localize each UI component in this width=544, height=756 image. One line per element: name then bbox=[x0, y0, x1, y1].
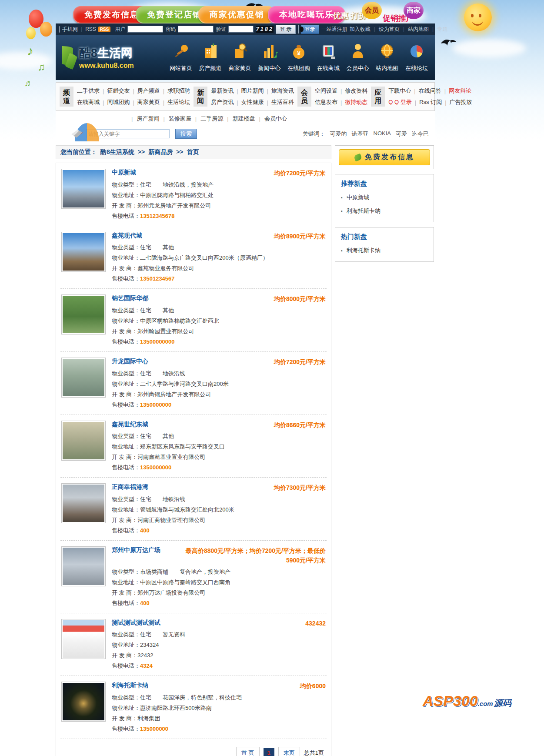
header-nav-8[interactable]: 在线论坛 bbox=[403, 43, 431, 72]
subnav-link-4[interactable]: 会员中心 bbox=[264, 115, 287, 123]
header-nav-7[interactable]: 站内地图 bbox=[373, 43, 401, 72]
breadcrumb-item-2[interactable]: 首页 bbox=[187, 148, 199, 156]
pagination-current[interactable]: 1 bbox=[264, 748, 274, 756]
property-thumbnail[interactable] bbox=[61, 358, 106, 398]
listing-title[interactable]: 正商幸福港湾 bbox=[112, 483, 148, 493]
mobile-site-link[interactable]: 手机网 bbox=[62, 26, 78, 33]
building-icon bbox=[201, 43, 220, 62]
sidebar-list-item[interactable]: 利海托斯卡纳 bbox=[341, 247, 428, 254]
password-input[interactable] bbox=[178, 26, 214, 33]
listing-title[interactable]: 升龙国际中心 bbox=[112, 358, 148, 367]
channel-link[interactable]: 信息发布 bbox=[315, 98, 337, 106]
channel-link[interactable]: 下载中心 bbox=[388, 87, 411, 95]
property-thumbnail[interactable] bbox=[61, 169, 106, 209]
register-link[interactable]: 一站通注册 bbox=[321, 26, 347, 33]
header-nav-6[interactable]: 会员中心 bbox=[344, 43, 372, 72]
search-button[interactable]: 搜索 bbox=[175, 129, 197, 139]
rss-badge-icon[interactable]: RSS bbox=[98, 27, 111, 32]
listing-price: 最高价8800元/平方米；均价7200元/平方米；最低价5900元/平方米 bbox=[182, 546, 326, 565]
channel-link[interactable]: 生活论坛 bbox=[167, 98, 190, 106]
channel-link[interactable]: 在线商城 bbox=[77, 98, 100, 106]
header-nav-0[interactable]: 网站首页 bbox=[167, 43, 195, 72]
channel-link[interactable]: 求职招聘 bbox=[167, 87, 190, 95]
pagination-last[interactable]: 末页 bbox=[278, 747, 300, 756]
property-thumbnail[interactable] bbox=[61, 682, 106, 722]
listing-title[interactable]: 郑州中原万达广场 bbox=[112, 546, 160, 565]
channel-link[interactable]: 在线问答 bbox=[419, 87, 441, 95]
channel-link[interactable]: 房产资讯 bbox=[211, 98, 234, 106]
search-bar: 搜索 关键词：可爱的诺基亚NOKIA可爱迄今已 bbox=[56, 126, 435, 144]
login-bar-link-3[interactable]: 专题 bbox=[437, 26, 447, 33]
login-button[interactable]: 登 录 bbox=[276, 25, 295, 34]
keyword-link[interactable]: 可爱 bbox=[396, 130, 407, 138]
keyword-link[interactable]: 可爱的 bbox=[330, 130, 347, 138]
channel-link[interactable]: 修改资料 bbox=[345, 87, 367, 95]
property-thumbnail[interactable] bbox=[61, 619, 106, 659]
membership-bubble[interactable]: 商家 bbox=[404, 2, 424, 19]
property-thumbnail[interactable] bbox=[61, 483, 106, 523]
channel-link[interactable]: 微博动态 bbox=[345, 98, 367, 106]
sidebar-list-item[interactable]: 中原新城 bbox=[341, 194, 428, 201]
property-thumbnail[interactable] bbox=[61, 546, 106, 586]
listing-title[interactable]: 中原新城 bbox=[112, 169, 136, 178]
channel-link[interactable]: 女性健康 bbox=[241, 98, 264, 106]
header-nav-1[interactable]: 房产频道 bbox=[197, 43, 224, 72]
channel-link[interactable]: 同城团购 bbox=[107, 98, 130, 106]
banner-button[interactable]: 商家优惠促销 bbox=[198, 6, 276, 23]
qq-login-button[interactable]: 登录 bbox=[301, 25, 319, 34]
property-thumbnail[interactable] bbox=[61, 294, 106, 335]
listing-title[interactable]: 鑫苑世纪东城 bbox=[112, 421, 148, 430]
field-value: 135000000 bbox=[140, 726, 168, 732]
breadcrumb-item-0[interactable]: 酷8生活系统 bbox=[100, 148, 134, 156]
channel-link[interactable]: 旅游资讯 bbox=[271, 87, 294, 95]
developer: 开 发 商：32432 bbox=[112, 652, 326, 659]
listing-title[interactable]: 锦艺国际华都 bbox=[112, 294, 148, 304]
subnav-link-1[interactable]: 装修家居 bbox=[169, 115, 191, 123]
site-logo[interactable]: 酷8生活网 www.kuhu8.com bbox=[56, 45, 165, 70]
listing-price: 432432 bbox=[305, 619, 326, 629]
breadcrumb-item-1[interactable]: 新商品房 bbox=[148, 148, 173, 156]
listing-title[interactable]: 利海托斯卡纳 bbox=[112, 682, 148, 691]
header-nav-4[interactable]: ¥在线团购 bbox=[285, 43, 313, 72]
channel-link[interactable]: 图片新闻 bbox=[241, 87, 264, 95]
field-label: 物业地址： bbox=[112, 381, 140, 387]
channel-link[interactable]: 广告投放 bbox=[450, 98, 472, 106]
channel-link[interactable]: 网友辩论 bbox=[449, 87, 471, 95]
channel-link[interactable]: 商家黄页 bbox=[137, 98, 160, 106]
login-bar-link-2[interactable]: 站内地图 bbox=[408, 26, 429, 33]
listing-title[interactable]: 测试测试测试测试 bbox=[112, 619, 160, 629]
channel-link[interactable]: 生活百科 bbox=[271, 98, 294, 106]
keyword-link[interactable]: 迄今已 bbox=[412, 130, 429, 138]
property-thumbnail[interactable] bbox=[61, 232, 106, 272]
subnav-link-3[interactable]: 新建楼盘 bbox=[233, 115, 255, 123]
channel-link[interactable]: 房产频道 bbox=[137, 87, 160, 95]
channel-link[interactable]: 二手供求 bbox=[77, 87, 100, 95]
header-nav-2[interactable]: 商家黄页 bbox=[226, 43, 254, 72]
header-nav-3[interactable]: 新闻中心 bbox=[255, 43, 283, 72]
username-input[interactable] bbox=[127, 26, 163, 33]
channel-link[interactable]: 征婚交友 bbox=[107, 87, 130, 95]
property-photo bbox=[63, 620, 104, 658]
subnav-band: |房产新闻|装修家居|二手房源|新建楼盘|会员中心 搜索 关键词：可爱的诺基亚N… bbox=[56, 111, 435, 144]
login-bar-link-1[interactable]: 设为首页 bbox=[379, 26, 400, 33]
channel-link[interactable]: 最新资讯 bbox=[211, 87, 234, 95]
captcha-input[interactable] bbox=[228, 26, 254, 33]
subnav-link-0[interactable]: 房产新闻 bbox=[137, 115, 159, 123]
listing-title[interactable]: 鑫苑现代城 bbox=[112, 232, 142, 241]
channel-link[interactable]: 空间设置 bbox=[315, 87, 337, 95]
header-nav-5[interactable]: 在线商城 bbox=[314, 43, 342, 72]
keyword-link[interactable]: NOKIA bbox=[374, 130, 391, 138]
membership-bubble[interactable]: 会员 bbox=[362, 2, 382, 19]
subnav-link-2[interactable]: 二手房源 bbox=[200, 115, 223, 123]
asp300-logo[interactable]: ASP300.com源码 bbox=[423, 692, 511, 709]
channel-link[interactable]: Rss 订阅 bbox=[419, 98, 442, 106]
login-bar-link-0[interactable]: 加入收藏 bbox=[350, 26, 370, 33]
sidebar-list-item[interactable]: 利海托斯卡纳 bbox=[341, 207, 428, 215]
property-thumbnail[interactable] bbox=[61, 421, 106, 461]
pagination-first[interactable]: 首 页 bbox=[236, 747, 260, 756]
keyword-link[interactable]: 诺基亚 bbox=[352, 130, 369, 138]
channel-link[interactable]: Q Q 登录 bbox=[388, 98, 411, 106]
post-info-button[interactable]: 免费发布信息 bbox=[339, 149, 430, 165]
field-value: 住宅 花园洋房，特色别墅，科技住宅 bbox=[140, 694, 242, 701]
rss-link[interactable]: RSS bbox=[85, 26, 96, 32]
